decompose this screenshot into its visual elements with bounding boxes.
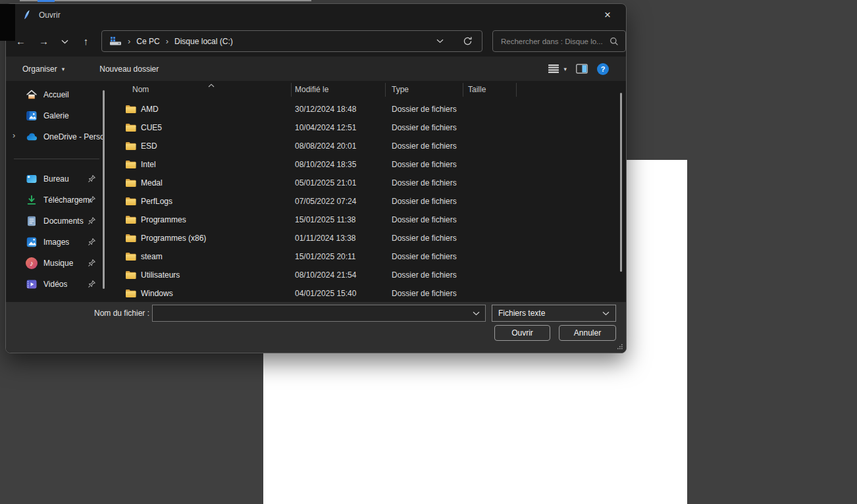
dialog-title: Ouvrir	[39, 11, 61, 20]
dialog-footer: Nom du fichier : Fichiers texte Ouvrir A…	[6, 302, 626, 353]
column-header-size[interactable]: Taille	[468, 85, 486, 94]
preview-pane-button[interactable]	[576, 64, 588, 74]
filename-input[interactable]	[158, 308, 473, 318]
onedrive-cloud-icon	[26, 131, 38, 143]
filename-label: Nom du fichier :	[72, 305, 149, 322]
table-row[interactable]: PerfLogs 07/05/2022 07:24 Dossier de fic…	[109, 192, 623, 211]
breadcrumb-this-pc[interactable]: Ce PC	[136, 37, 159, 46]
file-modified-date: 07/05/2022 07:24	[295, 197, 356, 206]
new-folder-button[interactable]: Nouveau dossier	[99, 64, 159, 74]
table-row[interactable]: CUE5 10/04/2024 12:51 Dossier de fichier…	[109, 118, 623, 137]
file-modified-date: 05/01/2025 21:01	[295, 178, 356, 188]
sidebar-item-desktop[interactable]: Bureau	[6, 170, 105, 188]
pin-icon	[88, 238, 96, 248]
file-type: Dossier de fichiers	[392, 252, 457, 261]
column-separator[interactable]	[516, 83, 517, 97]
sort-ascending-icon	[208, 80, 215, 89]
column-header-type[interactable]: Type	[392, 85, 409, 94]
table-row[interactable]: Medal 05/01/2025 21:01 Dossier de fichie…	[109, 174, 623, 192]
recent-locations-button[interactable]	[55, 32, 74, 51]
home-icon	[26, 89, 38, 101]
filename-combobox[interactable]	[152, 305, 486, 322]
background-window-accent	[38, 0, 55, 2]
table-row[interactable]: Windows 04/01/2025 15:40 Dossier de fich…	[109, 284, 623, 303]
list-scrollbar[interactable]	[620, 93, 622, 272]
table-row[interactable]: ESD 08/08/2024 20:01 Dossier de fichiers	[109, 137, 623, 155]
refresh-icon	[463, 36, 473, 46]
column-separator[interactable]	[463, 83, 463, 97]
file-list: Nom Modifié le Type Taille AMD 30/12/202…	[109, 81, 627, 302]
address-bar[interactable]: › Ce PC › Disque local (C:)	[101, 30, 482, 52]
filetype-value: Fichiers texte	[498, 309, 545, 318]
cancel-button[interactable]: Annuler	[559, 325, 616, 341]
file-type: Dossier de fichiers	[392, 197, 457, 206]
file-modified-date: 08/10/2024 21:54	[295, 270, 356, 280]
file-name: Medal	[141, 178, 163, 188]
filetype-dropdown[interactable]: Fichiers texte	[492, 305, 616, 322]
music-icon: ♪	[26, 257, 38, 269]
folder-icon	[125, 252, 136, 263]
caret-down-icon: ▾	[62, 66, 65, 72]
column-header-name[interactable]: Nom	[132, 85, 149, 94]
title-bar: Ouvrir ×	[6, 4, 626, 26]
file-modified-date: 08/08/2024 20:01	[295, 141, 356, 151]
pin-icon	[88, 280, 96, 290]
file-type: Dossier de fichiers	[392, 270, 457, 280]
sidebar-item-downloads[interactable]: Téléchargements	[6, 191, 105, 209]
table-row[interactable]: Programmes (x86) 01/11/2024 13:38 Dossie…	[109, 229, 623, 247]
close-button[interactable]: ×	[596, 5, 619, 25]
open-button[interactable]: Ouvrir	[494, 325, 550, 341]
file-modified-date: 15/01/2025 20:11	[295, 252, 356, 261]
table-row[interactable]: AMD 30/12/2024 18:48 Dossier de fichiers	[109, 100, 623, 118]
sidebar-item-onedrive[interactable]: › OneDrive - Personnel	[6, 128, 105, 146]
table-row[interactable]: Intel 08/10/2024 18:35 Dossier de fichie…	[109, 155, 623, 174]
folder-icon	[125, 105, 136, 116]
navigation-sidebar: Accueil Galerie ›	[6, 81, 109, 302]
sidebar-item-label: Galerie	[43, 111, 69, 120]
forward-button[interactable]: →	[34, 32, 53, 51]
search-input[interactable]	[500, 37, 610, 46]
sidebar-scrollbar[interactable]	[103, 90, 105, 289]
sidebar-item-documents[interactable]: Documents	[6, 212, 105, 230]
file-name: Intel	[141, 160, 156, 169]
sidebar-item-videos[interactable]: Vidéos	[6, 275, 105, 293]
sidebar-item-label: Musique	[43, 259, 73, 268]
chevron-down-icon[interactable]	[473, 311, 480, 316]
sidebar-item-home[interactable]: Accueil	[6, 86, 105, 104]
expand-chevron-icon[interactable]: ›	[13, 130, 15, 140]
column-separator[interactable]	[385, 83, 386, 97]
table-row[interactable]: Utilisateurs 08/10/2024 21:54 Dossier de…	[109, 266, 623, 284]
organize-menu-button[interactable]: Organiser ▾	[22, 64, 65, 74]
download-icon	[26, 194, 38, 206]
folder-icon	[125, 123, 136, 134]
help-button[interactable]: ?	[597, 63, 609, 75]
file-name: ESD	[141, 141, 157, 151]
view-mode-button[interactable]: ▾	[548, 64, 567, 73]
table-row[interactable]: Programmes 15/01/2025 11:38 Dossier de f…	[109, 211, 623, 229]
file-type: Dossier de fichiers	[392, 160, 457, 169]
table-row[interactable]: steam 15/01/2025 20:11 Dossier de fichie…	[109, 247, 623, 266]
refresh-button[interactable]	[463, 36, 473, 46]
command-toolbar: Organiser ▾ Nouveau dossier ▾	[6, 57, 626, 81]
column-header-modified[interactable]: Modifié le	[295, 85, 328, 94]
file-modified-date: 15/01/2025 11:38	[295, 215, 356, 224]
file-type: Dossier de fichiers	[392, 234, 457, 243]
sidebar-item-label: Documents	[43, 216, 84, 226]
sidebar-item-gallery[interactable]: Galerie	[6, 107, 105, 125]
sidebar-item-pictures[interactable]: Images	[6, 233, 105, 251]
preview-pane-icon	[576, 64, 588, 74]
sidebar-item-label: Bureau	[43, 174, 69, 184]
up-button[interactable]: ↑	[76, 32, 95, 51]
file-name: Programmes (x86)	[141, 234, 206, 243]
breadcrumb-local-disk[interactable]: Disque local (C:)	[174, 37, 233, 46]
file-modified-date: 01/11/2024 13:38	[295, 234, 356, 243]
column-separator[interactable]	[291, 83, 292, 97]
file-type: Dossier de fichiers	[392, 123, 457, 132]
sidebar-item-music[interactable]: ♪ Musique	[6, 254, 105, 272]
sidebar-item-label: Accueil	[43, 90, 69, 99]
folder-icon	[125, 160, 136, 171]
search-box[interactable]	[492, 30, 626, 52]
desktop-background: Ouvrir × ← → ↑	[0, 0, 857, 504]
address-dropdown-button[interactable]	[436, 39, 444, 43]
resize-grip[interactable]	[616, 342, 623, 351]
